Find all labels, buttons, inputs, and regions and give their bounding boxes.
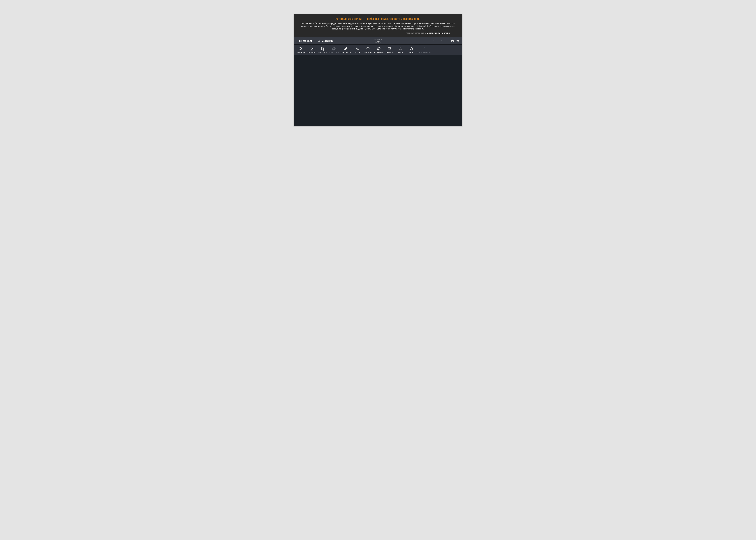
tool-crop-label: ОБРЕЗКА <box>318 52 327 54</box>
tool-text[interactable]: ТЕКСТ <box>352 46 362 54</box>
editor-canvas[interactable] <box>294 55 462 126</box>
tool-crop[interactable]: ОБРЕЗКА <box>317 46 327 54</box>
tool-shapes-label: ФИГУРЫ <box>364 52 372 54</box>
zoom-control: − Масштаб 100% + <box>367 39 389 43</box>
tool-text-label: ТЕКСТ <box>354 52 360 54</box>
svg-point-23 <box>412 49 413 50</box>
tool-draw-label: РИСОВАТЬ <box>341 52 351 54</box>
svg-rect-22 <box>399 48 402 50</box>
frame-icon <box>388 47 392 51</box>
tool-edges[interactable]: КРАЯ <box>395 46 406 54</box>
tool-merge-label: ОБЪЕДИНИТЬ <box>418 52 431 54</box>
svg-rect-21 <box>389 48 391 49</box>
svg-point-8 <box>300 47 301 48</box>
redo-button[interactable] <box>439 39 442 43</box>
promo-description: Популярный и бесплатный фоторедактор онл… <box>300 22 456 30</box>
rounded-rect-icon <box>399 47 403 51</box>
promo-title: Фоторедактор онлайн - необычный редактор… <box>300 17 456 21</box>
svg-rect-2 <box>318 41 320 42</box>
tool-background[interactable]: ФОН <box>406 46 417 54</box>
tool-filter-label: ФИЛЬТР <box>297 52 305 54</box>
svg-point-19 <box>379 48 380 49</box>
svg-rect-1 <box>300 41 301 42</box>
pencil-icon <box>344 47 348 51</box>
download-icon <box>318 40 320 42</box>
breadcrumb-current: ФОТОРЕДАКТОР ОНЛАЙН <box>427 32 450 34</box>
merge-icon <box>422 47 426 51</box>
zoom-label-text: Масштаб <box>374 39 382 41</box>
save-button[interactable]: Сохранить <box>316 39 335 43</box>
tool-merge: ОБЪЕДИНИТЬ <box>417 46 432 54</box>
tool-size[interactable]: РАЗМЕР <box>307 46 317 54</box>
open-button[interactable]: Открыть <box>298 39 314 43</box>
sliders-icon <box>299 47 303 51</box>
svg-marker-4 <box>456 40 459 41</box>
tool-transform-label: ТРАНСОРМ <box>329 52 339 54</box>
tool-size-label: РАЗМЕР <box>308 52 315 54</box>
open-label: Открыть <box>303 40 313 42</box>
undo-button[interactable] <box>433 39 437 43</box>
tool-background-label: ФОН <box>409 52 414 54</box>
tool-filter[interactable]: ФИЛЬТР <box>296 46 306 54</box>
svg-point-18 <box>378 48 378 49</box>
smiley-icon <box>377 47 381 51</box>
layers-button[interactable] <box>456 39 459 43</box>
tool-shapes[interactable]: ФИГУРЫ <box>363 46 373 54</box>
tool-edges-label: КРАЯ <box>398 52 403 54</box>
action-bar-right <box>433 39 459 43</box>
zoom-readout: Масштаб 100% <box>374 39 382 43</box>
svg-point-9 <box>301 48 302 49</box>
breadcrumb: ГЛАВНАЯ СТРАНИЦА » ФОТОРЕДАКТОР ОНЛАЙН <box>300 30 456 36</box>
breadcrumb-separator: » <box>425 32 426 34</box>
paint-bucket-icon <box>409 47 413 51</box>
svg-marker-16 <box>367 47 369 50</box>
shape-icon <box>366 47 370 51</box>
zoom-value-text: 100% <box>374 41 382 43</box>
breadcrumb-home[interactable]: ГЛАВНАЯ СТРАНИЦА <box>406 32 424 34</box>
zoom-out-button[interactable]: − <box>367 39 371 43</box>
svg-point-10 <box>300 49 301 50</box>
image-open-icon <box>299 40 302 42</box>
tool-strip: ФИЛЬТР РАЗМЕР ОБРЕЗКА ТРАНСОРМ РИСОВАТЬ <box>294 45 462 55</box>
crop-icon <box>320 47 324 51</box>
transform-icon <box>332 47 336 51</box>
tool-draw[interactable]: РИСОВАТЬ <box>340 46 351 54</box>
save-label: Сохранить <box>322 40 333 42</box>
text-icon <box>355 47 359 51</box>
tool-stickers-label: СТИКЕРЫ <box>374 52 383 54</box>
promo-header: Фоторедактор онлайн - необычный редактор… <box>294 14 462 37</box>
tool-frame[interactable]: РАМКА <box>385 46 395 54</box>
history-button[interactable] <box>451 39 454 43</box>
action-bar: Открыть Сохранить − Масштаб 100% + <box>294 37 462 45</box>
zoom-in-button[interactable]: + <box>385 39 389 43</box>
tool-transform: ТРАНСОРМ <box>328 46 339 54</box>
svg-rect-20 <box>388 48 391 50</box>
tool-stickers[interactable]: СТИКЕРЫ <box>374 46 384 54</box>
resize-icon <box>310 47 314 51</box>
svg-point-17 <box>377 47 380 50</box>
app-frame: Фоторедактор онлайн - необычный редактор… <box>294 14 462 126</box>
tool-frame-label: РАМКА <box>387 52 393 54</box>
